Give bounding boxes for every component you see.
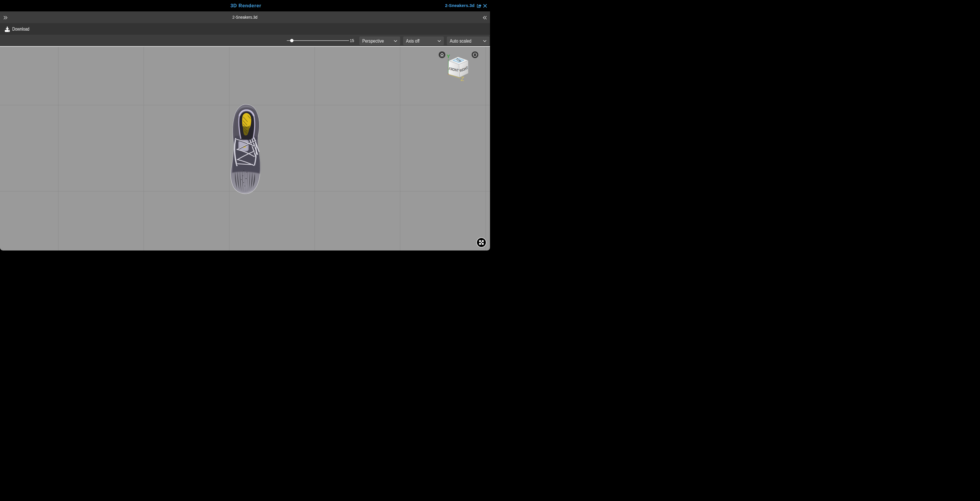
svg-text:Z: Z xyxy=(461,76,464,82)
svg-text:Y: Y xyxy=(447,54,450,59)
